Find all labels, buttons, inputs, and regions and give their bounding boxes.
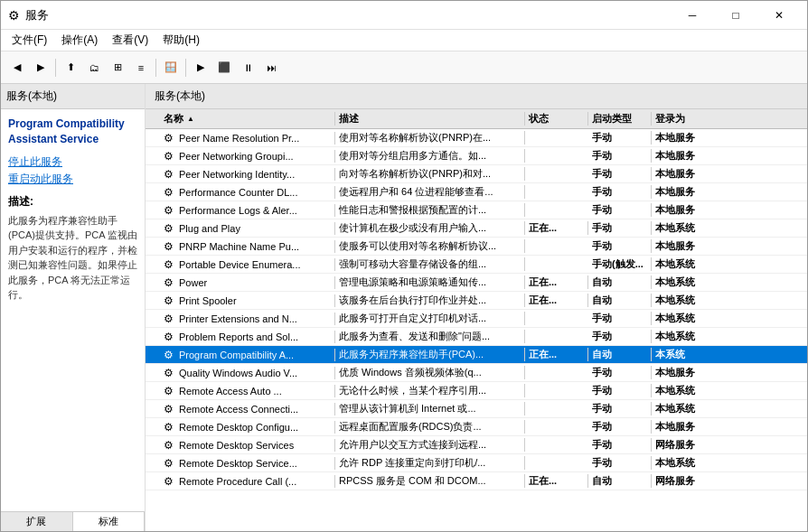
table-row[interactable]: ⚙ Remote Desktop Service... 允许 RDP 连接重定向… [146,454,807,472]
table-row[interactable]: ⚙ Peer Networking Groupi... 使用对等分组启用多方通信… [146,147,807,165]
row-login: 本地服务 [652,203,807,217]
tb-up[interactable]: ⬆ [60,57,81,79]
close-button[interactable]: ✕ [758,1,800,30]
row-desc: 使服务可以使用对等名称解析协议... [335,239,525,253]
row-login: 本地服务 [652,167,807,181]
services-table[interactable]: 名称 ▲ 描述 状态 启动类型 登录为 [146,109,807,531]
sidebar-link-restart[interactable]: 重启动此服务 [8,172,137,187]
tb-icon-view[interactable]: ⊞ [107,57,128,79]
table-row[interactable]: ⚙ Plug and Play 使计算机在极少或没有用户输入... 正在... … [146,219,807,238]
row-startup: 手动 [588,185,652,199]
row-name: ⚙ Peer Networking Identity... [146,168,335,181]
table-row[interactable]: ⚙ Peer Networking Identity... 向对等名称解析协议(… [146,165,807,183]
service-icon: ⚙ [164,222,174,235]
table-row[interactable]: ⚙ Printer Extensions and N... 此服务可打开自定义打… [146,310,807,328]
title-bar: ⚙ 服务 ─ □ ✕ [1,1,807,30]
row-desc: 此服务为查看、发送和删除"问题... [335,330,525,343]
row-desc: 使用对等名称解析协议(PNRP)在... [335,131,525,145]
col-header-startup[interactable]: 启动类型 [588,112,652,126]
row-startup: 手动 [588,384,652,397]
row-name: ⚙ Performance Counter DL... [146,186,335,199]
col-header-desc[interactable]: 描述 [335,112,525,126]
sidebar-tabs: 扩展 标准 [1,511,145,531]
row-startup: 手动 [588,131,652,145]
tb-pause[interactable]: ⏸ [237,57,258,79]
sidebar: 服务(本地) Program Compatibility Assistant S… [1,84,146,531]
row-name: ⚙ Remote Desktop Configu... [146,421,335,434]
table-row[interactable]: ⚙ Remote Desktop Configu... 远程桌面配置服务(RDC… [146,418,807,436]
row-login: 本地服务 [652,366,807,379]
col-header-name[interactable]: 名称 ▲ [146,112,335,126]
tb-list-view[interactable]: ≡ [130,57,152,79]
table-row[interactable]: ⚙ Peer Name Resolution Pr... 使用对等名称解析协议(… [146,129,807,147]
row-desc: 使计算机在极少或没有用户输入... [335,221,525,235]
row-desc: 使远程用户和 64 位进程能够查看... [335,185,525,199]
col-header-status[interactable]: 状态 [525,112,588,126]
table-row[interactable]: ⚙ Portable Device Enumera... 强制可移动大容量存储设… [146,256,807,274]
minimize-button[interactable]: ─ [672,1,713,30]
tb-forward[interactable]: ▶ [30,57,52,79]
service-icon: ⚙ [164,132,174,145]
table-row[interactable]: ⚙ Remote Procedure Call (... RPCSS 服务是 C… [146,472,807,490]
window-controls: ─ □ ✕ [672,1,800,30]
tb-show-tree[interactable]: 🗂 [83,57,105,79]
sidebar-link-stop[interactable]: 停止此服务 [8,154,137,170]
row-desc: 该服务在后台执行打印作业并处... [335,294,525,307]
sidebar-desc-title: 描述: [8,194,137,210]
tb-restart[interactable]: ⏭ [260,57,282,79]
table-row[interactable]: ⚙ Problem Reports and Sol... 此服务为查看、发送和删… [146,328,807,346]
service-icon: ⚙ [164,204,174,217]
table-row[interactable]: ⚙ Remote Access Connecti... 管理从该计算机到 Int… [146,400,807,418]
row-startup: 自动 [588,474,652,488]
table-row[interactable]: ⚙ Power 管理电源策略和电源策略通知传... 正在... 自动 本地系统 [146,274,807,292]
row-status: 正在... [525,474,588,488]
menu-action[interactable]: 操作(A) [54,31,105,50]
row-name: ⚙ Remote Desktop Service... [146,457,335,470]
table-row[interactable]: ⚙ Performance Logs & Aler... 性能日志和警报根据预配… [146,201,807,219]
service-icon: ⚙ [164,150,174,163]
tb-back[interactable]: ◀ [6,57,28,79]
row-status: 正在... [525,221,588,235]
row-desc: 允许用户以交互方式连接到远程... [335,438,525,452]
menu-file[interactable]: 文件(F) [5,31,54,50]
tb-stop[interactable]: ⬛ [213,57,235,79]
col-header-login[interactable]: 登录为 [652,112,807,126]
table-row[interactable]: ⚙ PNRP Machine Name Pu... 使服务可以使用对等名称解析协… [146,238,807,256]
row-name: ⚙ Print Spooler [146,294,335,307]
row-startup: 手动 [588,366,652,379]
row-login: 本地服务 [652,149,807,163]
service-icon: ⚙ [164,276,174,289]
tb-sep2 [155,59,156,77]
sidebar-nav-label: 服务(本地) [6,89,57,104]
row-startup: 自动 [588,348,652,361]
row-name: ⚙ Plug and Play [146,222,335,235]
title-bar-left: ⚙ 服务 [8,7,49,23]
table-row[interactable]: ⚙ Remote Desktop Services 允许用户以交互方式连接到远程… [146,436,807,454]
menu-help[interactable]: 帮助(H) [155,31,207,50]
row-desc: 优质 Windows 音频视频体验(q... [335,366,525,379]
table-row[interactable]: ⚙ Remote Access Auto ... 无论什么时候，当某个程序引用.… [146,382,807,400]
tb-play[interactable]: ▶ [190,57,211,79]
service-icon: ⚙ [164,258,174,271]
sidebar-tab-extended[interactable]: 扩展 [1,512,73,531]
row-desc: RPCSS 服务是 COM 和 DCOM... [335,474,525,488]
row-login: 本地服务 [652,131,807,145]
table-row[interactable]: ⚙ Print Spooler 该服务在后台执行打印作业并处... 正在... … [146,292,807,310]
row-status: 正在... [525,348,588,361]
tb-sep3 [185,59,186,77]
row-login: 本地系统 [652,294,807,307]
menu-view[interactable]: 查看(V) [105,31,155,50]
table-row[interactable]: ⚙ Quality Windows Audio V... 优质 Windows … [146,364,807,382]
row-login: 本地系统 [652,275,807,289]
row-login: 本地服务 [652,239,807,253]
maximize-button[interactable]: □ [715,1,756,30]
row-login: 本地系统 [652,312,807,325]
tb-new-view[interactable]: 🪟 [160,57,182,79]
toolbar: ◀ ▶ ⬆ 🗂 ⊞ ≡ 🪟 ▶ ⬛ ⏸ ⏭ [1,51,807,84]
row-name: ⚙ Problem Reports and Sol... [146,331,335,343]
sidebar-tab-standard[interactable]: 标准 [73,512,146,531]
table-row[interactable]: ⚙ Program Compatibility A... 此服务为程序兼容性助手… [146,346,807,364]
table-row[interactable]: ⚙ Performance Counter DL... 使远程用户和 64 位进… [146,183,807,201]
row-name: ⚙ PNRP Machine Name Pu... [146,240,335,253]
right-panel-header: 服务(本地) [146,84,807,109]
